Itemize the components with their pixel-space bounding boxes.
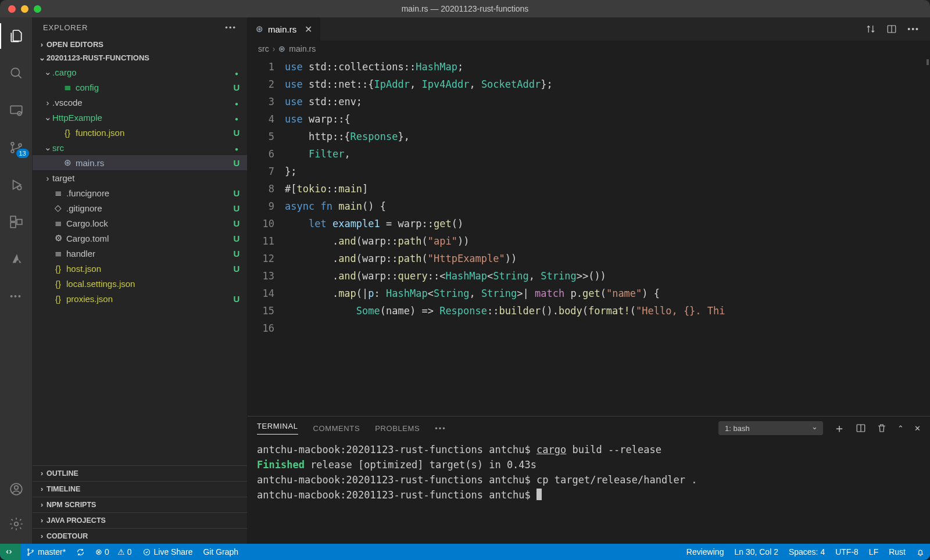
sync-icon: [76, 548, 85, 557]
tree-item-label: function.json: [76, 128, 232, 138]
status-language[interactable]: Rust: [884, 547, 911, 557]
sidebar-more-icon[interactable]: •••: [225, 23, 237, 32]
status-position[interactable]: Ln 30, Col 2: [729, 547, 784, 557]
minimize-icon[interactable]: [21, 5, 28, 13]
terminal-select[interactable]: 1: bash: [718, 421, 823, 435]
section-timeline[interactable]: ›TIMELINE: [33, 481, 247, 497]
split-editor-icon[interactable]: [886, 24, 897, 34]
git-status-badge: [232, 98, 241, 107]
section-folder[interactable]: ⌄ 20201123-RUST-FUNCTIONS: [33, 51, 247, 64]
minimap[interactable]: [924, 57, 930, 416]
tree-item[interactable]: ⚙Cargo.tomlU: [33, 231, 247, 246]
compare-icon[interactable]: [865, 24, 876, 34]
tree-item[interactable]: {}local.settings.json: [33, 276, 247, 291]
status-sync[interactable]: [71, 544, 90, 560]
activity-azure[interactable]: [0, 246, 33, 272]
app-window: main.rs — 20201123-rust-functions 13: [0, 0, 930, 560]
tree-item-label: Cargo.lock: [66, 218, 232, 228]
trash-icon[interactable]: [877, 423, 887, 433]
tree-item[interactable]: ◇.gitignoreU: [33, 200, 247, 216]
panel-tab-terminal[interactable]: TERMINAL: [257, 422, 298, 435]
tree-item[interactable]: ›target: [33, 170, 247, 185]
tree-item-label: .vscode: [52, 98, 232, 107]
close-icon[interactable]: ✕: [305, 24, 312, 35]
split-terminal-icon[interactable]: [856, 423, 866, 433]
tree-item[interactable]: ⊛main.rsU: [33, 155, 247, 170]
maximize-icon[interactable]: [34, 5, 41, 13]
activity-remote[interactable]: [0, 98, 33, 123]
activity-overflow[interactable]: •••: [0, 283, 33, 309]
section-outline[interactable]: ›OUTLINE: [33, 465, 247, 481]
code-editor[interactable]: 12345678910111213141516 use std::collect…: [248, 57, 930, 416]
svg-rect-9: [10, 216, 16, 221]
status-liveshare[interactable]: Live Share: [137, 544, 198, 560]
ellipsis-icon: •••: [10, 292, 22, 301]
status-eol[interactable]: LF: [864, 547, 884, 557]
close-panel-icon[interactable]: ✕: [914, 424, 921, 433]
status-branch[interactable]: master*: [21, 544, 71, 560]
svg-line-1: [18, 75, 21, 78]
tree-item[interactable]: ≣handlerU: [33, 246, 247, 261]
git-status-badge: [232, 143, 241, 153]
tree-item[interactable]: ≣.funcignoreU: [33, 185, 247, 200]
section-codetour[interactable]: ›CODETOUR: [33, 528, 247, 544]
rust-file-icon: ⊛: [256, 24, 263, 34]
editor-more-icon[interactable]: •••: [907, 24, 920, 34]
chevron-right-icon: ›: [37, 516, 46, 525]
tree-item[interactable]: ⌄HttpExample: [33, 110, 247, 125]
section-npm-scripts[interactable]: ›NPM SCRIPTS: [33, 497, 247, 512]
status-indent[interactable]: Spaces: 4: [784, 547, 830, 557]
terminal-output[interactable]: antchu-macbook:20201123-rust-functions a…: [248, 440, 930, 544]
tab-bar: ⊛ main.rs ✕ •••: [248, 17, 930, 41]
activity-debug[interactable]: [0, 172, 33, 198]
activity-search[interactable]: [0, 60, 33, 86]
close-icon[interactable]: [8, 5, 16, 13]
file-type-icon: {}: [62, 128, 73, 138]
tree-item[interactable]: ›.vscode: [33, 95, 247, 110]
gear-icon: [9, 516, 24, 532]
chevron-up-icon[interactable]: ⌃: [897, 424, 904, 433]
status-reviewing[interactable]: Reviewing: [681, 547, 729, 557]
tree-item[interactable]: ⌄src: [33, 140, 247, 155]
breadcrumb[interactable]: src › ⊛ main.rs: [248, 41, 930, 57]
tab-main-rs[interactable]: ⊛ main.rs ✕: [248, 17, 321, 41]
breadcrumb-file[interactable]: main.rs: [289, 44, 316, 53]
chevron-right-icon: ›: [43, 98, 52, 107]
tree-item-label: target: [52, 173, 232, 183]
breadcrumb-folder[interactable]: src: [258, 44, 269, 53]
file-type-icon: ≣: [52, 248, 64, 259]
panel-tab-comments[interactable]: COMMENTS: [313, 424, 360, 433]
tree-item[interactable]: ⌄.cargo: [33, 64, 247, 80]
code-content[interactable]: use std::collections::HashMap;use std::n…: [285, 57, 924, 416]
git-status-badge: U: [232, 203, 241, 213]
tree-item[interactable]: ≣configU: [33, 80, 247, 95]
chevron-right-icon: ›: [37, 485, 46, 493]
tree-item[interactable]: ≣Cargo.lockU: [33, 216, 247, 231]
chevron-down-icon: ⌄: [43, 67, 52, 77]
status-encoding[interactable]: UTF-8: [830, 547, 864, 557]
status-notifications[interactable]: [911, 548, 930, 557]
tree-item-label: proxies.json: [66, 294, 232, 304]
activity-explorer[interactable]: [0, 23, 33, 49]
activity-settings[interactable]: [0, 511, 33, 537]
svg-point-21: [32, 550, 34, 551]
titlebar[interactable]: main.rs — 20201123-rust-functions: [0, 0, 930, 17]
tree-item[interactable]: {}proxies.jsonU: [33, 291, 247, 306]
tab-label: main.rs: [268, 24, 296, 34]
panel-tab-problems[interactable]: PROBLEMS: [375, 424, 420, 433]
activity-scm[interactable]: 13: [0, 135, 33, 160]
remote-indicator[interactable]: [0, 544, 21, 560]
file-type-icon: ◇: [52, 203, 64, 213]
status-gitgraph[interactable]: Git Graph: [198, 544, 244, 560]
panel-more-icon[interactable]: •••: [435, 424, 446, 433]
activity-extensions[interactable]: [0, 209, 33, 235]
section-open-editors[interactable]: › OPEN EDITORS: [33, 38, 247, 51]
new-terminal-icon[interactable]: ＋: [834, 421, 845, 436]
section-java-projects[interactable]: ›JAVA PROJECTS: [33, 512, 247, 528]
tree-item[interactable]: {}function.jsonU: [33, 125, 247, 140]
debug-icon: [9, 177, 24, 192]
activity-account[interactable]: [0, 476, 33, 502]
azure-icon: [9, 252, 24, 267]
status-problems[interactable]: ⊗ 0 ⚠ 0: [90, 544, 137, 560]
tree-item[interactable]: {}host.jsonU: [33, 261, 247, 276]
